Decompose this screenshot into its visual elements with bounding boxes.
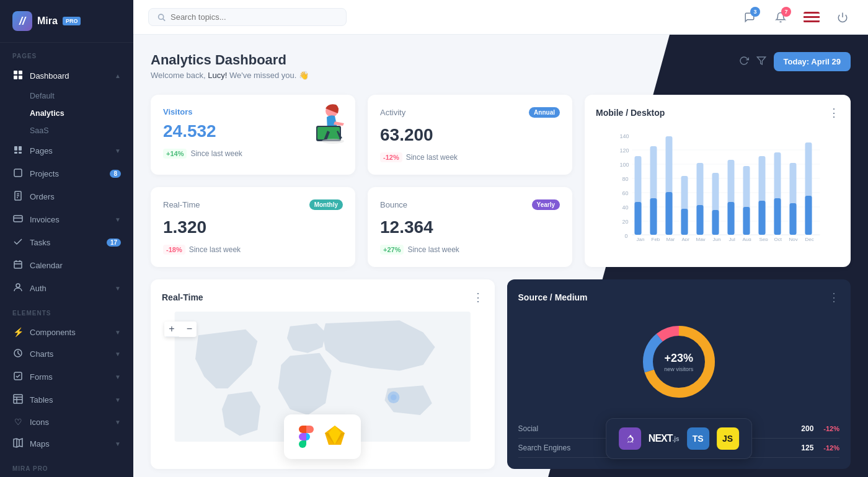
- donut-center: +23% new visitors: [664, 352, 693, 372]
- calendar-label: Calendar: [30, 261, 121, 270]
- sidebar-item-dashboard[interactable]: Dashboard ▲: [0, 64, 133, 87]
- bounce-header: Bounce Yearly: [380, 199, 560, 210]
- tables-icon: [12, 394, 24, 406]
- redux-logo: [619, 427, 641, 450]
- page-subtitle: Welcome back, Lucy! We've missed you. 👋: [151, 71, 309, 80]
- map-menu-icon[interactable]: ⋮: [472, 291, 484, 304]
- search-change: -12%: [823, 444, 839, 452]
- search-input[interactable]: [170, 12, 337, 22]
- components-arrow-icon: ▼: [115, 329, 121, 336]
- chart-menu-icon[interactable]: ⋮: [828, 106, 839, 120]
- notifications-button[interactable]: 3: [739, 7, 760, 28]
- sidebar-item-charts[interactable]: Charts ▼: [0, 343, 133, 365]
- map-title: Real-Time: [162, 292, 203, 302]
- sidebar-item-tables[interactable]: Tables ▼: [0, 388, 133, 411]
- sketch-logo: [324, 424, 346, 449]
- language-selector[interactable]: [801, 7, 822, 28]
- search-icon: [157, 13, 166, 22]
- chat-badge: 3: [750, 7, 760, 17]
- today-button[interactable]: Today: April 29: [774, 52, 851, 71]
- svg-rect-86: [805, 196, 812, 235]
- stat-cards-col1: Visitors 24.532 +14% Since last week: [151, 95, 355, 267]
- svg-text:140: 140: [619, 133, 629, 139]
- search-value: 125: [801, 444, 813, 452]
- bounce-footer: +27% Since last week: [380, 245, 560, 255]
- sidebar-item-pages[interactable]: Pages ▼: [0, 139, 133, 162]
- sidebar: // Mira PRO PAGES Dashboard ▲ Default An…: [0, 0, 133, 477]
- svg-point-90: [391, 395, 397, 401]
- charts-arrow-icon: ▼: [115, 351, 121, 357]
- sketch-icon: [324, 424, 346, 447]
- maps-icon: [12, 438, 24, 450]
- refresh-icon[interactable]: [739, 56, 749, 68]
- pages-label: Pages: [30, 146, 108, 155]
- svg-rect-56: [650, 198, 657, 235]
- svg-marker-26: [14, 439, 22, 447]
- svg-text:Nov: Nov: [789, 237, 797, 241]
- source-menu-icon[interactable]: ⋮: [828, 291, 839, 304]
- svg-rect-8: [14, 169, 22, 177]
- sidebar-subitem-saas[interactable]: SaaS: [30, 122, 133, 139]
- sidebar-subitem-default[interactable]: Default: [30, 87, 133, 105]
- svg-rect-59: [665, 192, 672, 235]
- mobile-desktop-chart: Mobile / Desktop ⋮ 0 20 40 60 80 100: [585, 95, 851, 267]
- section-label-mira-pro: MIRA PRO: [0, 455, 133, 477]
- svg-rect-65: [696, 205, 703, 235]
- realtime-label: Real-Time: [163, 200, 200, 209]
- svg-rect-7: [19, 152, 22, 154]
- power-icon: [837, 12, 848, 23]
- svg-rect-83: [789, 203, 796, 235]
- pages-icon: [12, 145, 24, 157]
- components-icon: ⚡: [12, 327, 24, 337]
- svg-text:Jan: Jan: [636, 237, 644, 241]
- svg-rect-53: [634, 202, 641, 235]
- alerts-button[interactable]: 7: [770, 7, 791, 28]
- sidebar-item-tasks[interactable]: Tasks 17: [0, 231, 133, 254]
- power-button[interactable]: [832, 7, 853, 28]
- sidebar-item-invoices[interactable]: Invoices ▼: [0, 208, 133, 231]
- visitors-footer: +14% Since last week: [163, 149, 343, 159]
- svg-text:Aug: Aug: [742, 237, 751, 241]
- sidebar-item-icons[interactable]: ♡ Icons ▼: [0, 411, 133, 432]
- activity-header: Activity Annual: [380, 107, 560, 118]
- forms-label: Forms: [30, 372, 108, 382]
- activity-change: -12%: [380, 152, 402, 162]
- projects-icon: [12, 168, 24, 180]
- svg-rect-71: [727, 202, 734, 235]
- sidebar-item-projects[interactable]: Projects 8: [0, 162, 133, 185]
- svg-marker-32: [757, 57, 765, 64]
- sidebar-item-forms[interactable]: Forms ▼: [0, 365, 133, 388]
- chart-title: Mobile / Desktop: [596, 108, 665, 118]
- integration-card: [284, 414, 361, 459]
- donut-chart-container: +23% new visitors: [518, 312, 840, 412]
- svg-text:0: 0: [624, 233, 627, 239]
- sidebar-item-auth[interactable]: Auth ▼: [0, 277, 133, 300]
- sidebar-item-orders[interactable]: Orders: [0, 185, 133, 208]
- realtime-card: Real-Time Monthly 1.320 -18% Since last …: [151, 187, 355, 267]
- sidebar-subitem-analytics[interactable]: Analytics: [30, 105, 133, 122]
- svg-text:Jul: Jul: [728, 237, 735, 241]
- filter-icon[interactable]: [756, 56, 766, 68]
- donut-label: new visitors: [664, 366, 693, 372]
- svg-text:60: 60: [622, 190, 628, 196]
- zoom-in-button[interactable]: +: [164, 322, 179, 337]
- svg-rect-6: [14, 152, 17, 154]
- search-box[interactable]: [148, 8, 347, 26]
- tasks-icon: [12, 237, 24, 248]
- maps-arrow-icon: ▼: [115, 440, 121, 447]
- zoom-out-button[interactable]: −: [182, 322, 197, 336]
- visitors-illustration: [298, 100, 350, 146]
- sidebar-item-maps[interactable]: Maps ▼: [0, 432, 133, 455]
- realtime-header: Real-Time Monthly: [163, 199, 343, 210]
- projects-badge: 8: [110, 170, 121, 178]
- components-label: Components: [30, 328, 108, 337]
- page-header-left: Analytics Dashboard Welcome back, Lucy! …: [151, 52, 309, 80]
- dashboard-icon: [12, 70, 24, 82]
- map-card-header: Real-Time ⋮: [162, 291, 484, 304]
- svg-text:Dec: Dec: [805, 237, 813, 241]
- svg-rect-4: [14, 146, 17, 151]
- svg-rect-80: [774, 198, 781, 235]
- invoices-label: Invoices: [30, 215, 108, 224]
- sidebar-item-components[interactable]: ⚡ Components ▼: [0, 322, 133, 343]
- sidebar-item-calendar[interactable]: Calendar: [0, 254, 133, 277]
